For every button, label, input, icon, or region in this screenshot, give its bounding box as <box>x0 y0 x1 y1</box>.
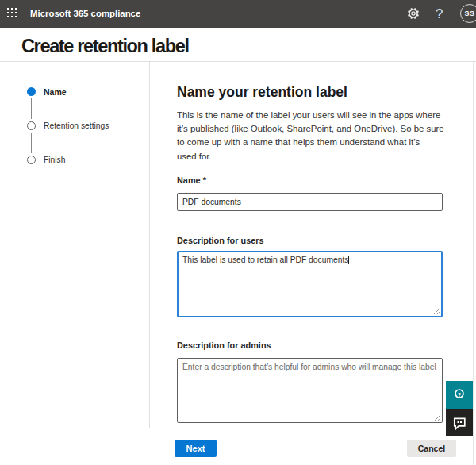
svg-text:?: ? <box>458 391 462 398</box>
